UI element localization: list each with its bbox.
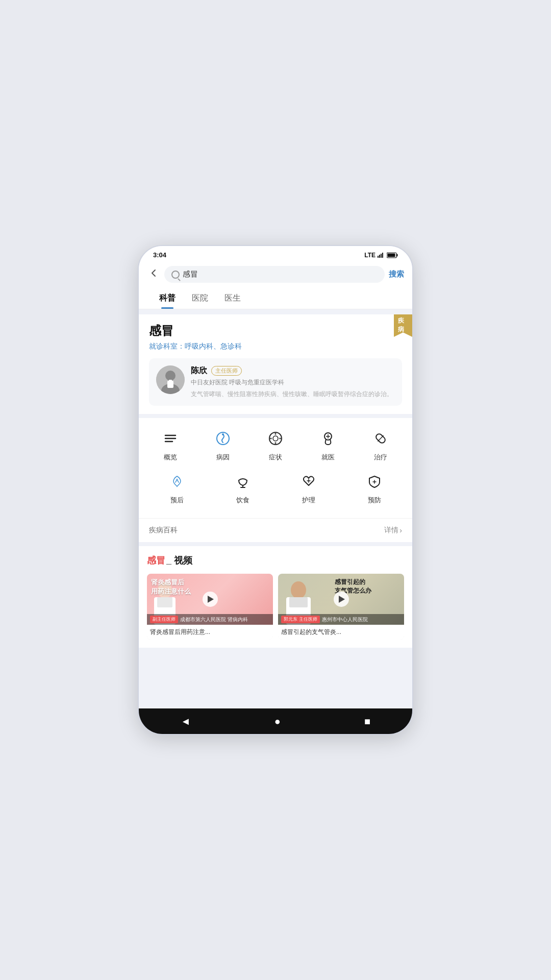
svg-rect-2: [381, 254, 382, 258]
svg-rect-3: [382, 253, 383, 258]
prevention-label: 预防: [368, 496, 381, 505]
cause-label: 病因: [216, 453, 230, 462]
icon-item-prevention[interactable]: 预防: [354, 470, 395, 505]
disease-card: 疾病 感冒 就诊科室：呼吸内科、急诊科 陈欣 主: [139, 314, 412, 414]
video-caption-1: 肾炎感冒后用药注意...: [147, 625, 273, 640]
svg-rect-36: [157, 597, 172, 607]
icon-item-nursing[interactable]: 护理: [288, 470, 329, 505]
tab-hospital[interactable]: 医院: [184, 288, 216, 309]
tab-doctor[interactable]: 医生: [216, 288, 249, 309]
play-button-2[interactable]: [334, 592, 349, 607]
svg-rect-0: [378, 256, 379, 258]
back-button[interactable]: [147, 266, 160, 282]
icon-item-treatment[interactable]: 治疗: [360, 427, 401, 462]
doctor-name: 陈欣: [191, 365, 207, 376]
video-title-rest: _ 视频: [166, 554, 192, 567]
svg-rect-6: [388, 253, 395, 257]
symptom-label: 症状: [269, 453, 282, 462]
icon-item-prognosis[interactable]: 预后: [157, 470, 197, 505]
video-card-1[interactable]: 肾炎感冒后用药注意什么 副主任医师 成都市第六人民医院 肾病内科 肾炎感冒后用药…: [147, 574, 273, 640]
icon-row-2: 预后 饮食 护理: [144, 470, 407, 505]
encyclopedia-label: 疾病百科: [149, 526, 178, 535]
svg-point-18: [273, 436, 278, 441]
doctor-hospital: 中日友好医院 呼吸与危重症医学科: [191, 378, 395, 387]
nav-recent-button[interactable]: ■: [364, 716, 370, 727]
status-time: 3:04: [153, 251, 166, 259]
doctor-red-badge: 副主任医师: [150, 616, 178, 623]
svg-rect-39: [289, 597, 308, 607]
svg-point-20: [274, 443, 276, 444]
search-input-wrap[interactable]: 感冒: [164, 266, 385, 283]
bottom-nav: ◄ ● ■: [139, 708, 412, 734]
diet-label: 饮食: [236, 496, 249, 505]
status-icons: LTE: [364, 252, 398, 259]
treatment-label: 治疗: [374, 453, 387, 462]
doctor-info: 陈欣 主任医师 中日友好医院 呼吸与危重症医学科 支气管哮喘、慢性阻塞性肺疾病、…: [191, 365, 395, 399]
svg-point-8: [165, 371, 176, 381]
search-icon: [171, 271, 180, 279]
icon-item-cause[interactable]: 病因: [203, 427, 243, 462]
svg-rect-5: [397, 254, 398, 256]
search-bar: 感冒 搜索: [139, 262, 412, 288]
video-card-2[interactable]: 感冒引起的支气管怎么办 郭元东 主任医师 惠州市中心人民医院 感冒引起的支气管炎…: [278, 574, 404, 640]
doctor-title-badge: 主任医师: [211, 366, 242, 376]
svg-line-27: [378, 435, 384, 441]
video-thumb-2: 感冒引起的支气管怎么办 郭元东 主任医师 惠州市中心人民医院: [278, 574, 404, 625]
svg-point-21: [270, 438, 271, 439]
video-title-highlight: 感冒: [147, 554, 165, 567]
doctor-card[interactable]: 陈欣 主任医师 中日友好医院 呼吸与危重症医学科 支气管哮喘、慢性阻塞性肺疾病、…: [149, 358, 402, 406]
prevention-icon: [363, 470, 386, 493]
svg-point-16: [222, 433, 224, 435]
search-button[interactable]: 搜索: [389, 270, 404, 279]
cause-icon: [212, 427, 234, 450]
svg-rect-1: [379, 255, 380, 258]
disease-title: 感冒: [149, 323, 402, 339]
icon-item-symptom[interactable]: 症状: [255, 427, 296, 462]
signal-icon: [378, 252, 385, 258]
symptom-icon: [264, 427, 287, 450]
svg-point-22: [279, 438, 281, 439]
overview-label: 概览: [164, 453, 177, 462]
svg-rect-11: [169, 380, 172, 383]
phone-shell: 3:04 LTE 感冒 搜索 科普: [138, 245, 413, 735]
icon-item-overview[interactable]: 概览: [150, 427, 191, 462]
video-section: 感冒 _ 视频 肾炎感冒后用药注意: [139, 546, 412, 648]
svg-point-19: [274, 433, 276, 435]
doctor-avatar: [156, 365, 185, 394]
nav-home-button[interactable]: ●: [274, 716, 281, 727]
disease-dept[interactable]: 就诊科室：呼吸内科、急诊科: [149, 342, 402, 351]
doctor-name-row: 陈欣 主任医师: [191, 365, 395, 376]
nav-back-button[interactable]: ◄: [181, 716, 191, 727]
encyclopedia-bar: 疾病百科 详情 ›: [139, 518, 412, 542]
tabs: 科普 医院 医生: [139, 288, 412, 309]
tab-kepu[interactable]: 科普: [151, 288, 184, 309]
main-content: 疾病 感冒 就诊科室：呼吸内科、急诊科 陈欣 主: [139, 309, 412, 708]
status-bar: 3:04 LTE: [139, 246, 412, 262]
video-section-title: 感冒 _ 视频: [147, 554, 404, 567]
visit-label: 就医: [321, 453, 335, 462]
encyclopedia-link[interactable]: 详情 ›: [384, 526, 402, 535]
search-input[interactable]: 感冒: [183, 270, 198, 279]
doctor-red-badge-2: 郭元东 主任医师: [281, 616, 320, 623]
video-doctor-tag-2: 郭元东 主任医师 惠州市中心人民医院: [278, 614, 404, 625]
video-thumb-1: 肾炎感冒后用药注意什么 副主任医师 成都市第六人民医院 肾病内科: [147, 574, 273, 625]
icon-item-diet[interactable]: 饮食: [222, 470, 263, 505]
icon-item-visit[interactable]: 就医: [308, 427, 348, 462]
play-button-1[interactable]: [203, 592, 218, 607]
visit-icon: [317, 427, 339, 450]
video-caption-2: 感冒引起的支气管炎...: [278, 625, 404, 640]
doctor-specialty: 支气管哮喘、慢性阻塞性肺疾病、慢性咳嗽、睡眠呼吸暂停综合症的诊治。: [191, 389, 395, 399]
icon-grid: 概览 病因 症状: [139, 418, 412, 518]
disease-tag: 疾病: [394, 314, 412, 337]
lte-icon: LTE: [364, 252, 375, 259]
overview-icon: [159, 427, 182, 450]
icon-row-1: 概览 病因 症状: [144, 427, 407, 462]
battery-icon: [387, 252, 398, 258]
nursing-label: 护理: [302, 496, 315, 505]
video-grid: 肾炎感冒后用药注意什么 副主任医师 成都市第六人民医院 肾病内科 肾炎感冒后用药…: [147, 574, 404, 640]
treatment-icon: [369, 427, 392, 450]
video-doctor-tag-1: 副主任医师 成都市第六人民医院 肾病内科: [147, 614, 273, 625]
nursing-icon: [297, 470, 320, 493]
svg-point-37: [291, 581, 306, 599]
prognosis-label: 预后: [170, 496, 184, 505]
